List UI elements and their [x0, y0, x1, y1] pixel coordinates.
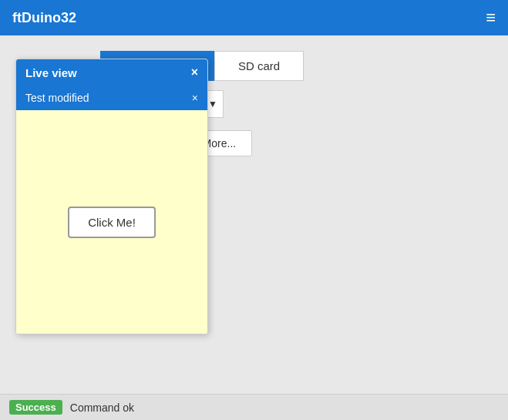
live-view-content: Click Me!	[16, 110, 207, 334]
navbar: ftDuino32 ≡	[0, 0, 508, 35]
status-badge: Success	[9, 400, 62, 415]
test-modified-close-button[interactable]: ×	[192, 92, 198, 104]
app-title: ftDuino32	[12, 10, 76, 26]
live-view-panel: Live view × Test modified × Click Me!	[15, 59, 208, 334]
main-area: Internal flash SD card ▼ Python More...	[0, 35, 508, 156]
test-modified-bar: Test modified ×	[16, 86, 207, 110]
status-bar: Success Command ok	[0, 394, 508, 420]
click-me-button[interactable]: Click Me!	[68, 207, 156, 238]
tab-sd-card[interactable]: SD card	[214, 51, 304, 81]
test-modified-label: Test modified	[25, 92, 89, 104]
menu-icon[interactable]: ≡	[486, 9, 496, 26]
live-view-close-button[interactable]: ×	[191, 66, 198, 79]
live-view-header: Live view ×	[16, 59, 207, 86]
live-view-title: Live view	[25, 66, 77, 79]
status-message: Command ok	[70, 402, 134, 414]
